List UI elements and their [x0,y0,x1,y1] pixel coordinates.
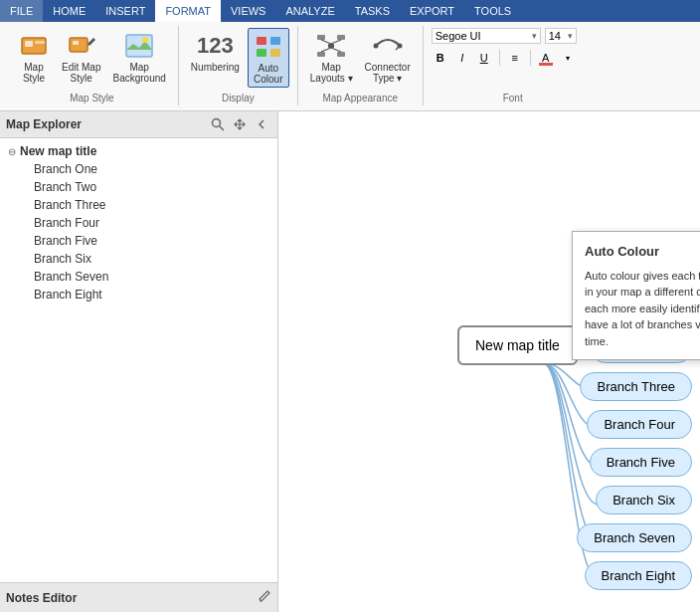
map-style-button[interactable]: MapStyle [14,28,54,86]
edit-map-style-button[interactable]: Edit MapStyle [58,28,104,86]
font-color-dropdown[interactable]: ▾ [559,49,577,67]
branch-four[interactable]: Branch Four [587,410,692,439]
branch-three[interactable]: Branch Three [580,372,692,401]
map-style-label: MapStyle [23,62,45,84]
ribbon-group-map-style: MapStyle Edit MapStyle MapBackground Map… [6,26,179,105]
svg-rect-10 [270,49,280,57]
collapse-icon: ⊖ [8,146,16,157]
svg-rect-12 [317,35,325,40]
tree-item[interactable]: Branch Five [6,232,271,250]
numbering-button[interactable]: 123 Numbering [187,28,244,75]
font-name-input[interactable]: Segoe UI ▾ [432,28,541,44]
notes-editor-header: Notes Editor [0,582,277,612]
svg-point-22 [213,119,221,127]
svg-rect-1 [25,41,33,47]
main-area: Map Explorer ⊖ New map title Branch One … [0,111,700,612]
svg-point-20 [373,44,378,49]
ribbon-group-map-appearance: MapLayouts ▾ ConnectorType ▾ Map Appeara… [298,26,424,105]
tree-item[interactable]: Branch Seven [6,268,271,286]
canvas: New map title Branch One Branch Two Bran… [278,111,700,612]
map-background-label: MapBackground [112,62,165,84]
menu-analyze[interactable]: ANALYZE [275,0,344,22]
display-group-label: Display [187,93,289,105]
menu-tasks[interactable]: TASKS [345,0,400,22]
font-size-input[interactable]: 14 ▾ [545,28,577,44]
branch-six-label: Branch Six [612,493,675,508]
notes-editor-label: Notes Editor [6,591,77,605]
underline-button[interactable]: U [475,49,493,67]
map-background-icon [123,30,155,62]
branch-seven[interactable]: Branch Seven [577,523,692,552]
tree-root-label: New map title [20,144,96,158]
ribbon-group-font: Segoe UI ▾ 14 ▾ B I U ≡ A ▾ [424,26,603,105]
map-layouts-icon [315,30,347,62]
svg-rect-15 [337,52,345,57]
tree-item[interactable]: Branch Eight [6,286,271,304]
menu-export[interactable]: EXPORT [400,0,464,22]
bold-button[interactable]: B [432,49,449,67]
map-layouts-button[interactable]: MapLayouts ▾ [306,28,357,86]
tree-item[interactable]: Branch One [6,160,271,178]
branch-five[interactable]: Branch Five [590,448,692,477]
search-button[interactable] [208,114,228,134]
map-style-group-label: Map Style [14,93,170,105]
svg-line-23 [220,126,225,131]
notes-edit-button[interactable] [258,589,271,606]
tooltip-title: Auto Colour [585,242,700,262]
branch-three-label: Branch Three [597,379,675,394]
font-color-button[interactable]: A [537,49,555,67]
pan-button[interactable] [230,114,250,134]
align-button[interactable]: ≡ [506,49,524,67]
connector-type-button[interactable]: ConnectorType ▾ [361,28,415,86]
edit-map-style-label: Edit MapStyle [62,62,100,84]
branch-eight[interactable]: Branch Eight [585,561,692,590]
map-layouts-label: MapLayouts ▾ [310,62,353,84]
svg-line-17 [331,40,341,44]
font-name-value: Segoe UI [436,30,481,42]
tree: ⊖ New map title Branch One Branch Two Br… [0,138,277,582]
font-size-value: 14 [549,30,561,42]
menu-insert[interactable]: INSERT [95,0,155,22]
left-panel: Map Explorer ⊖ New map title Branch One … [0,111,278,612]
italic-button[interactable]: I [453,49,471,67]
map-appearance-group-label: Map Appearance [306,93,415,105]
svg-line-18 [321,48,331,52]
svg-rect-2 [35,41,45,44]
branch-eight-label: Branch Eight [602,568,675,583]
explorer-title: Map Explorer [6,117,82,131]
tree-item[interactable]: Branch Two [6,178,271,196]
svg-rect-4 [73,41,79,45]
auto-colour-icon [253,31,284,63]
tree-item[interactable]: Branch Four [6,214,271,232]
menu-file[interactable]: FILE [0,0,43,22]
menu-views[interactable]: VIEWS [221,0,275,22]
collapse-panel-button[interactable] [252,114,271,134]
menu-format[interactable]: FORMAT [155,0,221,22]
svg-rect-11 [328,44,334,48]
tree-item[interactable]: Branch Three [6,196,271,214]
menu-tools[interactable]: TOOLS [464,0,521,22]
tree-item[interactable]: Branch Six [6,250,271,268]
explorer-icons [208,114,271,134]
auto-colour-button[interactable]: AutoColour [248,28,289,88]
svg-point-6 [142,37,148,43]
svg-line-19 [331,48,341,52]
branch-five-label: Branch Five [607,455,675,470]
edit-map-style-icon [66,30,97,62]
svg-rect-13 [337,35,345,40]
map-style-icon [18,30,50,62]
map-background-button[interactable]: MapBackground [108,28,169,86]
svg-rect-3 [70,38,88,52]
auto-colour-label: AutoColour [254,63,282,85]
svg-rect-8 [270,37,280,45]
branch-six[interactable]: Branch Six [596,486,692,514]
svg-rect-14 [317,52,325,57]
font-group-label: Font [432,93,595,105]
tree-root-item[interactable]: ⊖ New map title [6,142,271,160]
svg-rect-7 [257,37,266,45]
explorer-header: Map Explorer [0,111,277,138]
center-node[interactable]: New map title [457,325,578,365]
branch-seven-label: Branch Seven [594,530,675,545]
center-node-label: New map title [475,337,560,353]
menu-home[interactable]: HOME [43,0,95,22]
